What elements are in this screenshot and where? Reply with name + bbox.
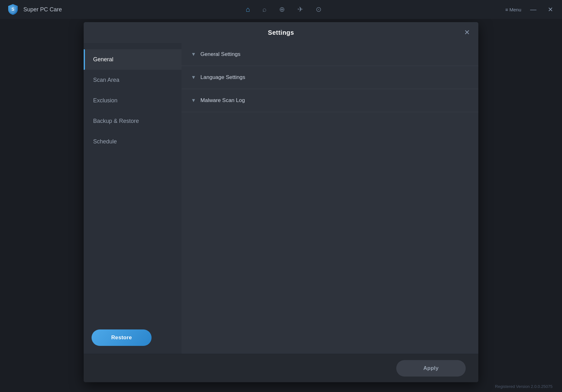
dialog-close-button[interactable]: ✕ [462, 27, 472, 38]
info-circle-icon[interactable]: ⊙ [316, 5, 321, 14]
sidebar-item-general[interactable]: General [84, 49, 182, 70]
sidebar-item-backup-restore[interactable]: Backup & Restore [84, 111, 182, 131]
general-settings-section: ▼ General Settings [182, 43, 478, 66]
title-controls: ≡ Menu — ✕ [505, 4, 556, 15]
dialog-header: Settings ✕ [84, 22, 478, 43]
sidebar-label-schedule: Schedule [93, 138, 117, 145]
sidebar-nav: General Scan Area Exclusion Backup & Res… [84, 49, 182, 322]
sidebar-label-general: General [93, 56, 113, 63]
search-nav-icon[interactable]: ⌕ [262, 5, 266, 14]
sidebar-bottom: Restore [84, 322, 182, 354]
app-title: Super PC Care [23, 6, 62, 13]
language-settings-section: ▼ Language Settings [182, 66, 478, 89]
title-bar: S Super PC Care ⌂ ⌕ ⊕ ✈ ⊙ ≡ Menu — ✕ [0, 0, 562, 19]
sidebar-item-schedule[interactable]: Schedule [84, 131, 182, 152]
settings-dialog: Settings ✕ General Scan Area Exclusion [84, 22, 478, 382]
dialog-title: Settings [268, 29, 294, 36]
svg-text:S: S [11, 7, 14, 12]
dialog-footer: Apply [84, 354, 478, 382]
menu-button[interactable]: ≡ Menu [505, 7, 521, 12]
minimize-button[interactable]: — [528, 5, 539, 15]
main-area: Settings ✕ General Scan Area Exclusion [0, 19, 562, 392]
general-settings-label: General Settings [200, 51, 241, 57]
sidebar-label-exclusion: Exclusion [93, 97, 117, 104]
dialog-body: General Scan Area Exclusion Backup & Res… [84, 43, 478, 354]
title-nav: ⌂ ⌕ ⊕ ✈ ⊙ [246, 5, 321, 14]
language-settings-header[interactable]: ▼ Language Settings [182, 66, 478, 89]
rocket-icon[interactable]: ✈ [297, 5, 303, 14]
malware-scan-log-section: ▼ Malware Scan Log [182, 89, 478, 112]
language-settings-label: Language Settings [200, 74, 245, 81]
malware-scan-log-header[interactable]: ▼ Malware Scan Log [182, 89, 478, 112]
sidebar-item-exclusion[interactable]: Exclusion [84, 90, 182, 111]
version-text: Registered Version 2.0.0.25075 [495, 384, 553, 389]
apply-button[interactable]: Apply [396, 360, 466, 377]
sidebar-label-scan-area: Scan Area [93, 77, 119, 83]
sidebar: General Scan Area Exclusion Backup & Res… [84, 43, 182, 354]
chevron-language-icon: ▼ [191, 75, 196, 80]
globe-icon[interactable]: ⊕ [279, 5, 285, 14]
version-bar: Registered Version 2.0.0.25075 [0, 381, 562, 392]
content-area: ▼ General Settings ▼ Language Settings ▼… [182, 43, 478, 354]
chevron-malware-icon: ▼ [191, 98, 196, 103]
malware-scan-log-label: Malware Scan Log [200, 97, 245, 104]
app-logo: S [6, 3, 20, 16]
sidebar-label-backup-restore: Backup & Restore [93, 118, 139, 124]
restore-button[interactable]: Restore [92, 329, 152, 346]
sidebar-item-scan-area[interactable]: Scan Area [84, 70, 182, 90]
window-close-button[interactable]: ✕ [545, 4, 556, 15]
chevron-general-icon: ▼ [191, 51, 196, 57]
general-settings-header[interactable]: ▼ General Settings [182, 43, 478, 66]
home-icon[interactable]: ⌂ [246, 5, 250, 14]
